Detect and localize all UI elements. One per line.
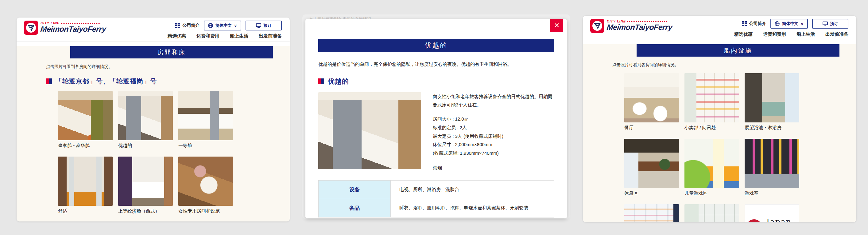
table-header-supplies: 备品 [319, 199, 391, 217]
globe-icon [775, 21, 780, 26]
main-nav: 精选优惠 运费和费用 船上生活 出发前准备 [167, 33, 282, 39]
facility-card: 儿童游戏区 [684, 139, 739, 196]
nav-item-fares[interactable]: 运费和费用 [763, 31, 786, 37]
nav-item-before-departure[interactable]: 出发前准备 [825, 31, 848, 37]
photo-vending-machines[interactable] [624, 204, 679, 222]
main-nav: 精选优惠 运费和费用 船上生活 出发前准备 [734, 31, 848, 37]
room-card: 上等经济舱（西式） [118, 157, 173, 214]
facility-caption: 游戏室 [745, 190, 799, 196]
room-card: 一等舱 [178, 91, 233, 149]
dotted-line-decoration [627, 21, 667, 22]
table-value-equipment: 电视、厕所、淋浴房、洗脸台 [391, 180, 554, 199]
page-content: 房間和床 点击照片可看到各房间的详细情况。 「轮渡京都」号、「轮渡福岗」号 皇家… [17, 46, 290, 221]
window-onboard-facilities: CITY LINE MeimonTaiyoFerry 公司简介 簡体中文 ∨ [583, 16, 856, 222]
brand-logo[interactable]: CITY LINE MeimonTaiyoFerry [590, 19, 672, 37]
photo-royal-deluxe-cabin[interactable] [58, 91, 113, 140]
photo-first-class-cabin[interactable] [178, 91, 233, 140]
facility-caption: 儿童游戏区 [684, 190, 739, 196]
facility-card [684, 204, 739, 222]
reserve-label: 预订 [264, 23, 272, 28]
wifi-icon [745, 218, 764, 222]
facility-caption: 休息区 [624, 190, 679, 196]
dotted-line-decoration [61, 23, 101, 24]
photo-restaurant[interactable] [624, 73, 679, 123]
monitor-icon [823, 22, 828, 26]
facility-card: 游戏室 [745, 139, 799, 196]
language-label: 簡体中文 [782, 21, 798, 26]
photo-coin-lockers[interactable] [684, 204, 739, 222]
facility-card: 休息区 [624, 139, 679, 196]
page-title: 房間和床 [70, 46, 273, 58]
screenshot-canvas: CITY LINE MeimonTaiyoFerry 公司简介 簡体中文 ∨ [0, 0, 868, 235]
photo-lounge-area[interactable] [624, 139, 679, 188]
nav-item-onboard-life[interactable]: 船上生活 [230, 33, 248, 39]
facility-card: 小卖部 / 问讯处 [684, 73, 739, 131]
window-rooms-and-beds: CITY LINE MeimonTaiyoFerry 公司简介 簡体中文 ∨ [17, 18, 290, 221]
amenities-table: 设备 电视、厕所、淋浴房、洗脸台 备品 睡衣、浴巾、脸用毛巾、拖鞋、电烧水壶和茶… [318, 180, 554, 217]
nav-item-before-departure[interactable]: 出发前准备 [259, 33, 282, 39]
room-detail-media: 向女性小组和老年旅客推荐设备齐全的日式优越的。用鉑爾曼式床可能3个人住在。 房间… [318, 92, 554, 172]
wifi-logo-line1: Japan [766, 218, 799, 222]
facility-card: Japan Connected-free W i - F i [745, 204, 799, 222]
photo-ladies-amenities[interactable] [178, 157, 233, 206]
photo-economy-western[interactable] [118, 157, 173, 206]
nav-item-onboard-life[interactable]: 船上生活 [797, 31, 815, 37]
facility-caption: 餐厅 [624, 125, 679, 131]
photo-superior-cabin[interactable] [118, 91, 173, 140]
spec-max-capacity: 最大定员 : 3人 (使用收藏式床铺时) [433, 132, 554, 140]
room-caption: 皇家舱 - 豪华舱 [58, 143, 113, 149]
photo-japan-wifi-logo[interactable]: Japan Connected-free W i - F i [745, 204, 799, 222]
language-label: 簡体中文 [215, 23, 231, 28]
globe-icon [208, 23, 213, 28]
room-card: 舒适 [58, 157, 113, 214]
brand-name: MeimonTaiyoFerry [40, 25, 106, 33]
table-header-equipment: 设备 [319, 180, 391, 199]
room-description: 向女性小组和老年旅客推荐设备齐全的日式优越的。用鉑爾曼式床可能3个人住在。 [433, 92, 554, 109]
no-smoking-label: 禁烟 [433, 164, 554, 172]
company-info-label: 公司简介 [182, 23, 199, 28]
room-caption: 上等经济舱（西式） [118, 208, 173, 214]
table-value-supplies: 睡衣、浴巾、脸用毛巾、拖鞋、电烧水壶和茶碗茶杯、牙刷套装 [391, 199, 554, 217]
page-content: 船内设施 点击照片可看到各房间的详细情况。 餐厅 小卖部 / 问讯处 展望浴池・… [583, 44, 856, 222]
window-room-detail-overlay: 点击照片可看到各房间的详细情况。 ✕ 优越的 优越的是价位适当的单间，完全保护您… [302, 15, 570, 219]
photo-observation-bath-shower[interactable] [745, 73, 799, 123]
ferry-funnel-logo-icon [24, 21, 38, 35]
ship-section-heading: 「轮渡京都」号、「轮渡福岗」号 [46, 77, 271, 85]
section-heading-label: 「轮渡京都」号、「轮渡福岗」号 [56, 77, 157, 85]
site-header: CITY LINE MeimonTaiyoFerry 公司简介 簡体中文 ∨ [583, 16, 856, 40]
click-photo-hint: 点击照片可看到各房间的详细情况。 [46, 64, 271, 70]
nav-item-fares[interactable]: 运费和费用 [196, 33, 219, 39]
photo-comfort-capsule[interactable] [58, 157, 113, 206]
photo-game-room[interactable] [745, 139, 799, 188]
ferry-funnel-logo-icon [590, 19, 604, 33]
language-selector[interactable]: 簡体中文 ∨ [204, 21, 241, 30]
section-bullet-icon [46, 78, 52, 84]
reserve-button[interactable]: 预订 [812, 19, 848, 29]
brand-name: MeimonTaiyoFerry [607, 23, 673, 31]
company-info-link[interactable]: 公司简介 [175, 23, 199, 28]
room-photo-grid: 皇家舱 - 豪华舱 优越的 一等舱 舒适 上等经济舱（西式） [58, 91, 290, 214]
language-selector[interactable]: 簡体中文 ∨ [770, 19, 808, 29]
spec-bed-size: 床位尺寸 : 2,000mm×800mm [433, 140, 554, 149]
grid-icon [175, 23, 180, 28]
chevron-down-icon: ∨ [801, 22, 804, 26]
modal-title: 优越的 [318, 39, 554, 52]
spec-foldaway-bed-size: (收藏式床铺: 1,930mm×740mm) [433, 149, 554, 157]
chevron-down-icon: ∨ [234, 23, 237, 28]
reserve-button[interactable]: 预订 [246, 21, 282, 30]
close-icon[interactable]: ✕ [550, 19, 563, 32]
facility-card: 餐厅 [624, 73, 679, 131]
room-card: 女性专用房间和设施 [178, 157, 233, 214]
brand-logo[interactable]: CITY LINE MeimonTaiyoFerry [24, 21, 106, 39]
company-info-link[interactable]: 公司简介 [742, 21, 766, 26]
nav-item-deals[interactable]: 精选优惠 [167, 33, 186, 39]
photo-superior-cabin-large [318, 92, 421, 169]
facility-photo-grid: 餐厅 小卖部 / 问讯处 展望浴池・淋浴房 休息区 儿童游戏区 [624, 73, 856, 222]
page-title: 船内设施 [637, 44, 839, 57]
facility-caption: 展望浴池・淋浴房 [745, 125, 799, 131]
photo-shop-information[interactable] [684, 73, 739, 123]
photo-kids-play-area[interactable] [684, 139, 739, 188]
table-row: 设备 电视、厕所、淋浴房、洗脸台 [319, 180, 554, 199]
table-row: 备品 睡衣、浴巾、脸用毛巾、拖鞋、电烧水壶和茶碗茶杯、牙刷套装 [319, 199, 554, 217]
nav-item-deals[interactable]: 精选优惠 [734, 31, 753, 37]
